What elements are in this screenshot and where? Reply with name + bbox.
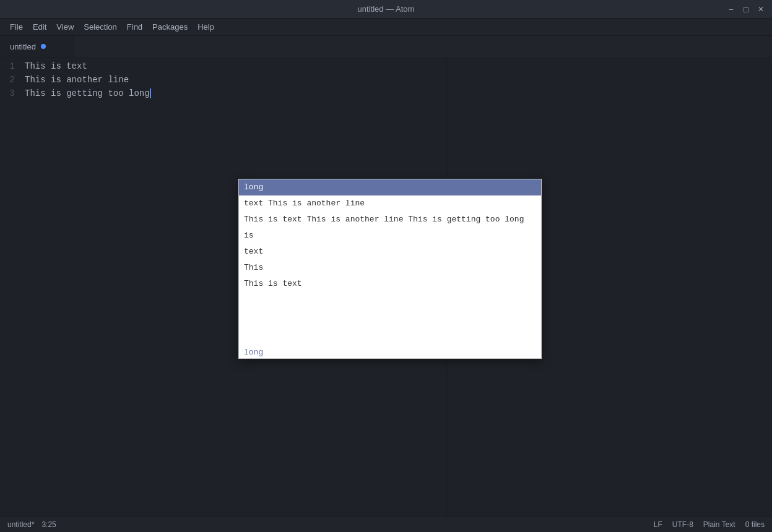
autocomplete-item-2[interactable]: This is text This is another line This i… [239, 212, 541, 228]
tab-untitled[interactable]: untitled [0, 36, 74, 58]
autocomplete-item-5[interactable]: This [239, 260, 541, 276]
maximize-button[interactable]: ◻ [741, 4, 751, 14]
autocomplete-item-4[interactable]: text [239, 244, 541, 260]
line-number-3: 3 [5, 87, 15, 100]
line-number-2: 2 [5, 73, 15, 87]
title-bar: untitled — Atom – ◻ ✕ [0, 0, 772, 19]
autocomplete-footer-label: long [239, 341, 541, 358]
text-cursor [150, 88, 151, 98]
window-title: untitled — Atom [358, 4, 415, 14]
status-left: untitled* 3:25 [7, 520, 56, 529]
close-button[interactable]: ✕ [756, 4, 766, 14]
status-files[interactable]: 0 files [745, 520, 765, 529]
menu-packages[interactable]: Packages [147, 21, 193, 33]
status-grammar[interactable]: Plain Text [703, 520, 735, 529]
status-bar: untitled* 3:25 LF UTF-8 Plain Text 0 fil… [0, 516, 772, 532]
code-line-2: This is another line [25, 73, 772, 87]
status-filename[interactable]: untitled* [7, 520, 34, 529]
status-right: LF UTF-8 Plain Text 0 files [654, 520, 765, 529]
autocomplete-item-6[interactable]: This is text [239, 276, 541, 292]
minimize-button[interactable]: – [726, 4, 736, 14]
code-line-1: This is text [25, 59, 772, 73]
main-content: 1 2 3 This is text This is another line … [0, 58, 772, 516]
menu-selection[interactable]: Selection [79, 21, 121, 33]
autocomplete-item-3[interactable]: is [239, 228, 541, 244]
tab-label: untitled [10, 42, 36, 51]
menu-edit[interactable]: Edit [28, 21, 51, 33]
menu-bar: File Edit View Selection Find Packages H… [0, 19, 772, 36]
tab-modified-indicator [41, 44, 46, 49]
menu-find[interactable]: Find [122, 21, 147, 33]
menu-help[interactable]: Help [193, 21, 219, 33]
line-numbers: 1 2 3 [0, 58, 25, 516]
status-cursor-position[interactable]: 3:25 [41, 520, 56, 529]
editor-area[interactable]: 1 2 3 This is text This is another line … [0, 58, 772, 516]
menu-view[interactable]: View [51, 21, 79, 33]
window-controls: – ◻ ✕ [726, 4, 766, 14]
autocomplete-spacer [239, 292, 541, 341]
status-encoding[interactable]: UTF-8 [672, 520, 693, 529]
status-line-ending[interactable]: LF [654, 520, 662, 529]
autocomplete-item-1[interactable]: text This is another line [239, 195, 541, 212]
autocomplete-popup[interactable]: long text This is another line This is t… [238, 179, 542, 359]
autocomplete-item-selected[interactable]: long [239, 179, 541, 195]
line-number-1: 1 [5, 59, 15, 73]
code-line-3: This is getting too long [25, 87, 772, 100]
menu-file[interactable]: File [5, 21, 28, 33]
tab-bar: untitled [0, 36, 772, 58]
